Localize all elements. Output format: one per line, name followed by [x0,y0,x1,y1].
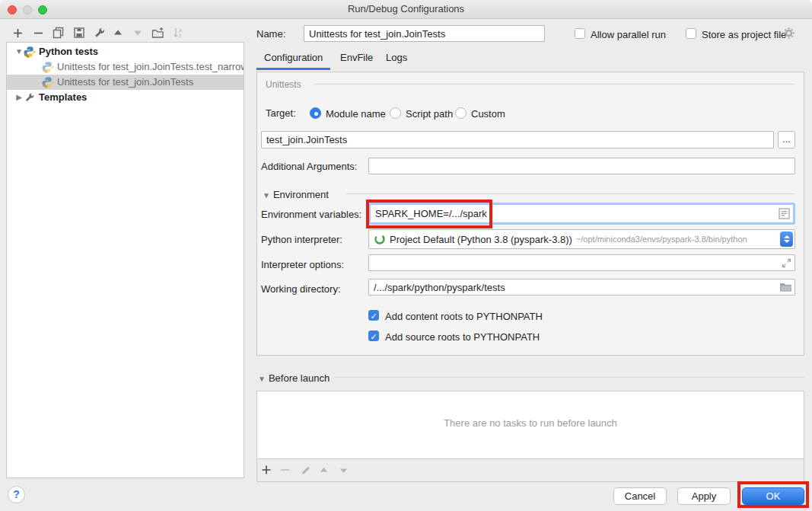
before-launch-title: Before launch [269,372,330,384]
interpreter-options-label: Interpreter options: [261,259,344,270]
interpreter-options-input[interactable] [368,254,795,271]
tree-item-test-narrow[interactable]: Unittests for test_join.JoinTests.test_n… [7,59,244,75]
target-script-label: Script path [406,108,453,120]
move-down-button[interactable] [131,26,145,40]
additional-arguments-input[interactable] [368,158,795,174]
run-debug-configurations-dialog: Run/Debug Configurations az ▼ Python tes… [0,0,812,511]
chevron-up-icon [784,235,790,238]
name-input[interactable] [304,25,545,42]
browse-module-button[interactable]: ... [778,131,795,149]
target-module-radio[interactable] [310,107,321,119]
environment-section-header[interactable]: ▼Environment [263,189,329,200]
python-interpreter-label: Python interpreter: [261,234,342,245]
apply-button[interactable]: Apply [677,487,731,505]
wrench-icon [94,27,106,39]
tree-item-label: Unittests for test_join.JoinTests [57,75,193,90]
move-task-up-button[interactable] [317,463,330,477]
svg-text:z: z [179,33,182,38]
add-content-roots-label: Add content roots to PYTHONPATH [385,311,543,322]
allow-parallel-run-label: Allow parallel run [591,29,666,40]
environment-variables-label: Environment variables: [261,209,361,220]
working-directory-input[interactable] [368,279,795,295]
tree-item-label: Templates [39,90,87,105]
active-tab-underline [256,68,330,70]
name-label: Name: [256,28,285,40]
remove-configuration-button[interactable] [31,26,45,40]
python-icon [24,46,36,58]
environment-variables-field-focus-ring [368,203,795,225]
target-custom-radio[interactable] [455,107,467,119]
module-name-input[interactable] [261,131,774,149]
tree-group-python-tests[interactable]: ▼ Python tests [7,44,244,59]
chevron-down-icon[interactable]: ▼ [14,44,24,59]
tree-group-templates[interactable]: ▶ Templates [7,90,244,105]
move-task-down-button[interactable] [336,463,350,477]
target-label: Target: [266,107,296,119]
tree-item-label: Python tests [39,44,98,59]
tab-logs[interactable]: Logs [386,52,407,70]
expand-field-icon[interactable] [781,257,792,271]
store-as-project-file-label: Store as project file [702,29,786,40]
create-folder-button[interactable] [151,26,164,40]
environment-variables-input[interactable] [371,205,793,222]
sort-configurations-button[interactable]: az [171,26,185,40]
interpreter-dropdown-stepper[interactable] [780,232,793,247]
tree-item-label: Unittests for test_join.JoinTests.test_n… [57,59,244,75]
browse-variables-icon[interactable] [779,208,790,222]
configurations-tree: ▼ Python tests Unittests for test_join.J… [6,42,244,478]
environment-section-title: Environment [273,189,329,200]
interpreter-value: Project Default (Python 3.8 (pyspark-3.8… [390,234,572,245]
edit-templates-button[interactable] [93,26,107,40]
folder-icon[interactable] [779,281,792,295]
chevron-right-icon[interactable]: ▶ [14,90,24,105]
python-test-icon [42,61,54,73]
cancel-button[interactable]: Cancel [613,487,667,505]
add-source-roots-label: Add source roots to PYTHONPATH [385,331,540,343]
copy-configuration-button[interactable] [52,26,65,40]
chevron-down-icon: ▼ [263,191,270,200]
chevron-down-icon: ▼ [258,375,266,383]
add-task-button[interactable] [260,463,273,477]
plus-icon [12,27,24,39]
help-button[interactable]: ? [8,486,25,503]
chevron-down-icon [784,240,790,243]
unittests-group-title: Unittests [266,79,301,90]
remove-task-button[interactable] [279,463,292,477]
save-icon [73,27,85,39]
add-content-roots-checkbox[interactable]: ✓ [368,310,379,321]
copy-icon [53,27,65,39]
additional-arguments-label: Additional Arguments: [261,161,357,172]
ok-button[interactable]: OK [742,487,804,505]
title-bar: Run/Debug Configurations [0,0,812,19]
wrench-icon [24,91,36,104]
triangle-down-icon [132,27,143,38]
svg-text:a: a [179,27,182,33]
target-script-radio[interactable] [390,107,401,119]
minus-icon [33,27,44,39]
before-launch-section-header[interactable]: ▼Before launch [258,372,330,384]
conda-env-icon [374,233,386,245]
add-source-roots-checkbox[interactable]: ✓ [368,331,379,341]
target-custom-label: Custom [471,108,505,120]
python-interpreter-dropdown[interactable]: Project Default (Python 3.8 (pyspark-3.8… [368,229,795,249]
section-divider [335,377,804,378]
new-folder-icon [151,27,164,39]
target-module-label: Module name [326,108,386,120]
tree-item-jointests-selected[interactable]: Unittests for test_join.JoinTests [7,75,244,90]
before-launch-empty-text: There are no tasks to run before launch [257,417,804,429]
before-launch-task-list: There are no tasks to run before launch [256,391,804,459]
working-directory-label: Working directory: [261,283,341,295]
add-configuration-button[interactable] [11,26,24,40]
save-configuration-button[interactable] [72,26,86,40]
interpreter-path: ~/opt/miniconda3/envs/pyspark-3.8/bin/py… [576,235,747,244]
store-as-project-file-checkbox[interactable] [686,28,696,39]
sort-az-icon: az [172,27,184,39]
allow-parallel-run-checkbox[interactable] [575,28,585,39]
window-title: Run/Debug Configurations [0,3,812,14]
triangle-up-icon [113,27,123,38]
tab-envfile[interactable]: EnvFile [340,52,373,70]
edit-task-button[interactable] [299,463,313,477]
gear-icon[interactable] [782,27,795,42]
python-test-icon [42,76,54,88]
move-up-button[interactable] [111,26,125,40]
